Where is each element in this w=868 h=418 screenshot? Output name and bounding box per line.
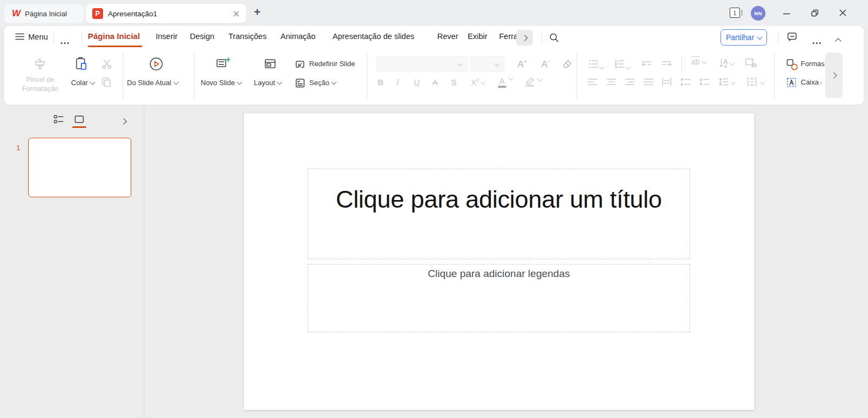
tab-overflow-button[interactable] <box>516 30 533 46</box>
new-tab-button[interactable]: + <box>254 5 260 18</box>
align-center-icon <box>606 77 617 87</box>
bullets-icon <box>588 59 599 69</box>
window-list-bar <box>742 10 742 16</box>
strikethrough-button: A <box>432 78 438 87</box>
align-left-icon <box>587 77 598 87</box>
format-painter-icon <box>33 57 47 72</box>
section-icon[interactable] <box>294 77 306 89</box>
new-slide-button[interactable]: Novo Slide <box>201 79 241 87</box>
copy-icon <box>100 76 112 88</box>
numbering-icon <box>614 59 625 69</box>
collapse-ribbon-icon[interactable] <box>836 36 840 46</box>
decrease-paragraph-spacing-icon <box>699 77 711 87</box>
home-tab-label: Página Inicial <box>25 10 67 18</box>
hamburger-menu-icon[interactable] <box>15 33 24 40</box>
play-from-current-icon[interactable] <box>148 56 164 72</box>
avatar[interactable]: NN <box>751 6 765 21</box>
presentation-file-icon: P <box>92 8 103 19</box>
document-tab-close-icon[interactable] <box>233 10 240 17</box>
decrease-indent-icon <box>641 59 653 69</box>
document-tab-label: Apresentação1 <box>108 10 228 18</box>
subtitle-placeholder-text: Clique para adicionar legendas <box>308 268 690 280</box>
from-current-slide-button[interactable]: Do Slide Atual <box>127 79 178 87</box>
document-tab[interactable]: P Apresentação1 <box>86 4 246 23</box>
tab-apresentacao-de-slides[interactable]: Apresentação de slides <box>333 32 414 41</box>
reset-slide-icon[interactable] <box>294 59 306 70</box>
font-name-combobox <box>376 56 468 72</box>
panel-expand-icon[interactable] <box>122 116 126 126</box>
line-spacing-button <box>718 77 729 87</box>
search-icon[interactable] <box>549 33 559 42</box>
text-orientation-button <box>719 57 728 69</box>
tab-ferramentas-clipped[interactable]: Ferrar <box>499 32 518 41</box>
vertical-align-button <box>746 77 758 87</box>
shapes-icon[interactable] <box>786 58 797 70</box>
ribbon-expand-button[interactable] <box>825 53 843 98</box>
paste-button[interactable]: Colar <box>71 79 94 87</box>
distribute-text-icon <box>661 77 672 87</box>
increase-paragraph-spacing-icon <box>680 77 692 87</box>
titlebar: W Página Inicial P Apresentação1 + 1 NN <box>0 0 868 26</box>
clear-formatting-icon <box>561 59 573 70</box>
shapes-button[interactable]: Formas <box>801 60 825 68</box>
underline-button: U <box>414 78 420 87</box>
restore-button[interactable] <box>810 9 819 17</box>
increase-indent-icon <box>661 59 673 69</box>
tab-transicoes[interactable]: Transições <box>228 32 266 41</box>
minimize-button[interactable] <box>783 13 790 15</box>
bullets-caret <box>600 62 604 72</box>
share-button[interactable]: Partilhar <box>720 29 767 46</box>
cut-icon <box>101 58 113 70</box>
active-tab-underline <box>88 46 142 47</box>
window-count: 1 <box>730 8 740 18</box>
bold-button: B <box>378 78 384 87</box>
panel-divider[interactable] <box>144 105 144 418</box>
comment-icon[interactable] <box>787 31 797 42</box>
section-button[interactable]: Seção <box>309 79 336 87</box>
shrink-font-button: A− <box>541 59 551 70</box>
active-view-underline <box>72 126 86 128</box>
align-right-icon <box>624 77 635 87</box>
subtitle-placeholder[interactable]: Clique para adicionar legendas <box>308 264 690 332</box>
numbering-caret <box>627 62 630 72</box>
new-slide-icon[interactable] <box>215 55 231 72</box>
slide-view-icon[interactable] <box>74 114 85 125</box>
wps-logo-icon: W <box>11 8 22 19</box>
superscript-button: X2 <box>471 78 485 87</box>
format-painter-label: Pincel de Formatação <box>13 75 67 94</box>
font-color-button: A <box>498 76 513 88</box>
text-shadow-button: S <box>451 78 456 87</box>
justify-icon <box>643 77 654 87</box>
window-list-button[interactable]: 1 <box>730 8 742 18</box>
title-placeholder-text: Clique para adicionar um título <box>326 175 673 224</box>
slide-thumbnail[interactable] <box>28 138 131 197</box>
font-size-combobox <box>470 56 505 72</box>
tab-rever[interactable]: Rever <box>437 32 458 41</box>
highlight-color-button <box>525 76 541 87</box>
textbox-icon[interactable] <box>786 76 797 88</box>
layout-icon[interactable] <box>263 56 278 72</box>
tab-exibir[interactable]: Exibir <box>468 32 487 41</box>
textbox-button[interactable]: Caixa de <box>801 78 821 86</box>
close-button[interactable] <box>839 9 847 17</box>
outline-view-icon[interactable] <box>53 114 64 125</box>
slide-number: 1 <box>16 144 20 152</box>
convert-to-smartart-icon <box>744 57 757 69</box>
menu-button[interactable]: Menu <box>28 33 48 41</box>
tab-inserir[interactable]: Inserir <box>156 32 177 41</box>
slide-canvas[interactable]: Clique para adicionar um título Clique p… <box>244 113 754 410</box>
tab-design[interactable]: Design <box>190 32 214 41</box>
layout-button[interactable]: Layout <box>254 79 282 87</box>
grow-font-button: A+ <box>518 59 527 70</box>
quick-access-more-icon[interactable] <box>61 36 62 46</box>
tab-pagina-inicial[interactable]: Página Inicial <box>88 31 140 41</box>
title-placeholder[interactable]: Clique para adicionar um título <box>308 169 690 259</box>
wps-home-tab[interactable]: W Página Inicial <box>4 4 84 23</box>
more-options-icon[interactable] <box>813 36 814 46</box>
tab-animacao[interactable]: Animação <box>280 32 315 41</box>
share-label: Partilhar <box>726 33 754 42</box>
paste-icon[interactable] <box>74 56 90 72</box>
text-direction-button: ab <box>691 57 706 66</box>
italic-button: I <box>397 78 399 87</box>
reset-slide-button[interactable]: Redefinir Slide <box>309 60 355 68</box>
